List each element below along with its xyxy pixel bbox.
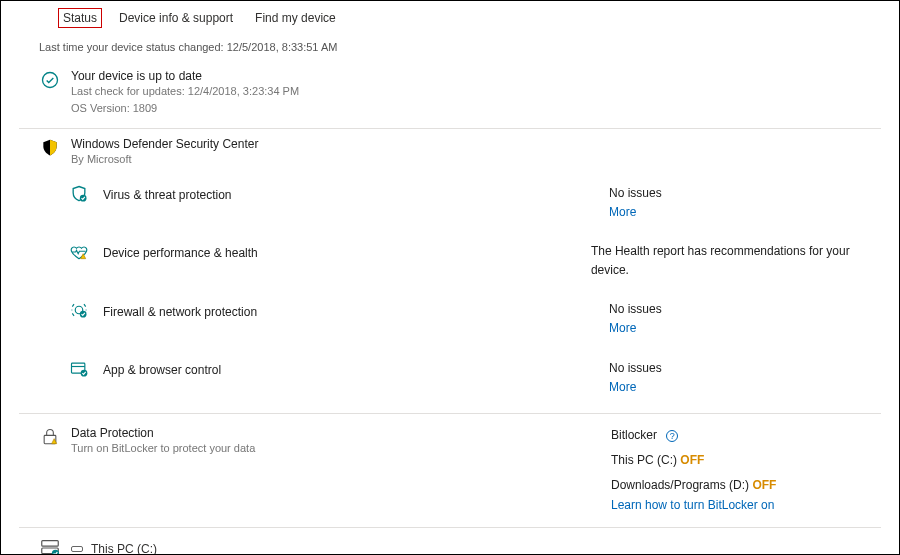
update-status-title: Your device is up to date — [71, 69, 299, 83]
defender-item-performance: Device performance & health The Health r… — [69, 232, 881, 290]
performance-label: Device performance & health — [103, 246, 258, 260]
defender-item-virus: Virus & threat protection No issues More — [69, 174, 881, 232]
app-browser-icon — [69, 359, 89, 382]
tab-status[interactable]: Status — [59, 9, 101, 27]
virus-label: Virus & threat protection — [103, 188, 232, 202]
firewall-icon — [69, 300, 89, 323]
server-icon — [39, 536, 61, 555]
drive-c: This PC (C:) 174.3 GB free of 303.8 GB — [71, 536, 293, 555]
storage-section: This PC (C:) 174.3 GB free of 303.8 GB D… — [19, 530, 881, 555]
tab-find-my-device[interactable]: Find my device — [251, 9, 340, 27]
bitlocker-drive-c-label: This PC (C:) — [611, 453, 680, 467]
firewall-status: No issues — [609, 300, 662, 319]
svg-rect-8 — [42, 540, 59, 546]
status-changed-label: Last time your device status changed: 12… — [39, 41, 881, 53]
lock-warning-icon — [39, 426, 61, 457]
tab-bar: Status Device info & support Find my dev… — [19, 9, 881, 27]
bitlocker-learn-link[interactable]: Learn how to turn BitLocker on — [611, 496, 776, 515]
bitlocker-drive-d-state: OFF — [752, 478, 776, 492]
performance-status: The Health report has recommendations fo… — [591, 242, 881, 280]
app-browser-label: App & browser control — [103, 363, 221, 377]
bitlocker-drive-c-state: OFF — [680, 453, 704, 467]
svg-point-0 — [43, 73, 58, 88]
help-icon[interactable]: ? — [666, 430, 678, 442]
data-protection-sub: Turn on BitLocker to protect your data — [71, 440, 255, 457]
defender-item-firewall: Firewall & network protection No issues … — [69, 290, 881, 348]
drive-c-name: This PC (C:) — [91, 542, 157, 555]
update-last-check: Last check for updates: 12/4/2018, 3:23:… — [71, 83, 299, 100]
app-browser-status: No issues — [609, 359, 662, 378]
app-browser-more-link[interactable]: More — [609, 378, 662, 397]
defender-by: By Microsoft — [71, 151, 258, 168]
data-protection-title: Data Protection — [71, 426, 255, 440]
heart-warning-icon — [69, 242, 89, 265]
defender-title: Windows Defender Security Center — [71, 137, 258, 151]
drive-icon — [71, 546, 83, 552]
virus-status: No issues — [609, 184, 662, 203]
virus-shield-icon — [69, 184, 89, 207]
update-os-version: OS Version: 1809 — [71, 100, 299, 117]
data-protection-row: Data Protection Turn on BitLocker to pro… — [19, 416, 881, 521]
virus-more-link[interactable]: More — [609, 203, 662, 222]
bitlocker-drive-d-label: Downloads/Programs (D:) — [611, 478, 752, 492]
shield-icon — [39, 137, 61, 158]
firewall-more-link[interactable]: More — [609, 319, 662, 338]
defender-header: Windows Defender Security Center By Micr… — [19, 131, 881, 174]
defender-item-app-browser: App & browser control No issues More — [69, 349, 881, 407]
update-status-row: Your device is up to date Last check for… — [19, 63, 881, 122]
bitlocker-label: Bitlocker — [611, 428, 657, 442]
tab-device-info[interactable]: Device info & support — [115, 9, 237, 27]
check-circle-icon — [39, 69, 61, 90]
defender-items: Virus & threat protection No issues More… — [69, 174, 881, 408]
firewall-label: Firewall & network protection — [103, 305, 257, 319]
